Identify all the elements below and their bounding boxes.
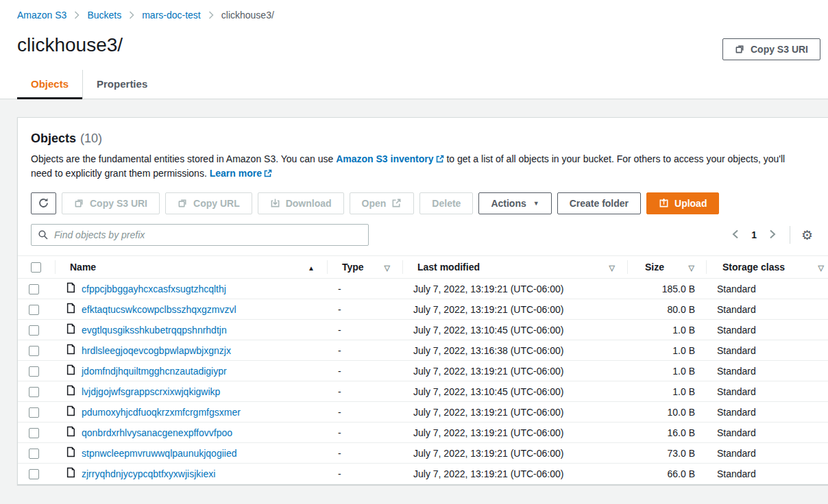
open-button[interactable]: Open (350, 192, 415, 214)
object-name-link[interactable]: evgtlqusgiksshkubetrqqpshnrhdtjn (82, 325, 227, 336)
description-text-1: Objects are the fundamental entities sto… (31, 153, 333, 164)
breadcrumb-current-folder: clickhouse3/ (221, 10, 274, 21)
object-size: 73.0 B (627, 443, 706, 464)
object-name-link[interactable]: hrdlsleegjoqevcogbpwlapwbjxgnzjx (82, 345, 231, 356)
column-header-name[interactable]: Name (70, 262, 96, 273)
breadcrumb-bucket-name[interactable]: mars-doc-test (142, 10, 201, 21)
download-label: Download (286, 199, 332, 208)
object-name-link[interactable]: stpnwcleepmvruwwqlpaunukjqogiied (82, 448, 236, 459)
object-table-body: cfppcjbbggayhcxcasfxsugtzhcqlthj - July … (18, 279, 828, 484)
breadcrumb-buckets[interactable]: Buckets (87, 10, 121, 21)
upload-button[interactable]: Upload (646, 192, 719, 214)
object-size: 16.0 B (627, 423, 706, 443)
object-name-link[interactable]: efktaqtucswkcowpclbsszhqxgzmvzvl (82, 304, 236, 315)
row-checkbox[interactable] (29, 284, 39, 294)
object-storage-class: Standard (706, 361, 828, 381)
actions-label: Actions (491, 199, 526, 208)
row-checkbox[interactable] (29, 428, 39, 438)
row-checkbox[interactable] (29, 346, 39, 356)
sort-icon[interactable] (609, 262, 615, 273)
delete-label: Delete (432, 199, 461, 208)
file-icon (66, 405, 75, 418)
object-size: 10.0 B (627, 402, 706, 423)
copy-s3-uri-header-button[interactable]: Copy S3 URI (722, 38, 820, 60)
object-storage-class: Standard (706, 423, 828, 443)
table-row: hrdlsleegjoqevcogbpwlapwbjxgnzjx - July … (18, 340, 828, 361)
column-header-type[interactable]: Type (342, 262, 364, 273)
table-row: pdumoxyhjcdfuoqkrzxmfcrgmfgsxmer - July … (18, 402, 828, 423)
object-last-modified: July 7, 2022, 13:19:21 (UTC-06:00) (402, 423, 627, 443)
row-checkbox[interactable] (29, 387, 39, 397)
tab-properties[interactable]: Properties (82, 70, 161, 99)
object-storage-class: Standard (706, 402, 828, 423)
object-last-modified: July 7, 2022, 13:19:21 (UTC-06:00) (402, 361, 627, 381)
chevron-right-icon (129, 11, 134, 19)
external-link-icon (391, 198, 402, 210)
objects-panel-heading: Objects (10) (31, 131, 818, 146)
object-last-modified: July 7, 2022, 13:10:45 (UTC-06:00) (402, 320, 627, 340)
object-size: 66.0 B (627, 464, 706, 484)
sort-icon[interactable] (385, 262, 390, 273)
upload-label: Upload (674, 199, 707, 208)
page-title: clickhouse3/ (17, 33, 123, 58)
previous-page-button[interactable] (727, 227, 744, 244)
preferences-gear-button[interactable] (799, 227, 816, 243)
column-header-storage-class[interactable]: Storage class (722, 262, 785, 273)
copy-icon (735, 44, 745, 55)
object-name-link[interactable]: cfppcjbbggayhcxcasfxsugtzhcqlthj (82, 284, 226, 294)
select-all-checkbox[interactable] (31, 262, 41, 273)
create-folder-button[interactable]: Create folder (557, 192, 641, 214)
objects-heading-label: Objects (31, 131, 76, 146)
object-type: - (327, 402, 402, 423)
file-icon (66, 323, 75, 336)
download-button[interactable]: Download (258, 192, 344, 214)
learn-more-link[interactable]: Learn more (210, 168, 262, 179)
file-icon (66, 303, 75, 316)
object-name-link[interactable]: lvjdjgojwfsgrappscrxixwjqkigwikp (82, 386, 220, 397)
copy-s3-uri-label: Copy S3 URI (90, 199, 147, 208)
file-icon (66, 446, 75, 459)
object-name-link[interactable]: qonbrdxrhlvysanacgenexpffovvfpoo (82, 427, 232, 438)
objects-description: Objects are the fundamental entities sto… (31, 152, 805, 181)
refresh-button[interactable] (31, 192, 56, 214)
page-header: Amazon S3 Buckets mars-doc-test clickhou… (0, 0, 828, 99)
object-type: - (327, 320, 402, 340)
object-type: - (327, 361, 402, 381)
table-header-row: Name Type Last modified Size Storage cla… (18, 256, 828, 279)
object-storage-class: Standard (706, 299, 828, 320)
object-name-link[interactable]: zjrryqhdnjycypcqbtfxyxwjisjkiexi (82, 468, 215, 479)
object-type: - (327, 279, 402, 299)
sort-icon[interactable] (689, 262, 694, 273)
copy-url-button[interactable]: Copy URL (165, 192, 252, 214)
actions-dropdown-button[interactable]: Actions (478, 192, 551, 214)
row-checkbox[interactable] (29, 407, 39, 418)
file-icon (66, 426, 75, 439)
file-icon (66, 282, 75, 295)
delete-button[interactable]: Delete (419, 192, 473, 214)
sort-icon[interactable] (818, 262, 824, 273)
breadcrumb-amazon-s3[interactable]: Amazon S3 (17, 10, 66, 21)
row-checkbox[interactable] (29, 366, 39, 377)
object-name-link[interactable]: pdumoxyhjcdfuoqkrzxmfcrgmfgsxmer (82, 407, 241, 418)
file-icon (66, 385, 75, 398)
amazon-s3-inventory-link[interactable]: Amazon S3 inventory (336, 153, 433, 164)
copy-s3-uri-button[interactable]: Copy S3 URI (62, 192, 160, 214)
tab-objects[interactable]: Objects (17, 70, 82, 99)
objects-panel: Objects (10) Objects are the fundamental… (17, 117, 828, 485)
main-content: Objects (10) Objects are the fundamental… (0, 99, 828, 504)
title-row: clickhouse3/ Copy S3 URI (0, 21, 828, 60)
find-objects-input[interactable] (31, 224, 369, 246)
object-name-link[interactable]: jdomfndjhquiltmgghcnzautadigiypr (82, 366, 227, 377)
row-checkbox[interactable] (29, 305, 39, 315)
object-size: 1.0 B (627, 340, 706, 361)
object-type: - (327, 381, 402, 402)
column-header-size[interactable]: Size (645, 262, 664, 273)
column-header-last-modified[interactable]: Last modified (417, 262, 480, 273)
object-last-modified: July 7, 2022, 13:19:21 (UTC-06:00) (402, 279, 627, 299)
row-checkbox[interactable] (29, 449, 39, 459)
row-checkbox[interactable] (29, 325, 39, 336)
next-page-button[interactable] (764, 227, 781, 244)
row-checkbox[interactable] (29, 469, 39, 479)
object-size: 185.0 B (627, 279, 706, 299)
sort-ascending-icon[interactable] (308, 262, 315, 273)
